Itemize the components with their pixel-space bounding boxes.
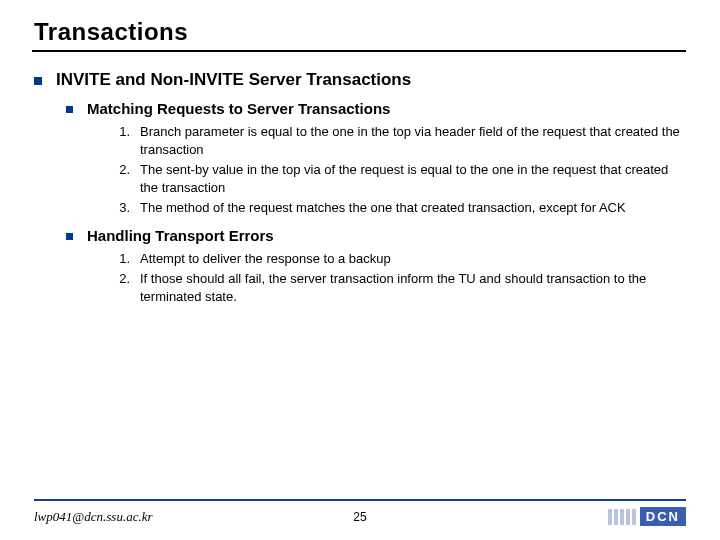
section-1-heading: Matching Requests to Server Transactions [66, 100, 686, 117]
section-title: Matching Requests to Server Transactions [87, 100, 390, 117]
slide: Transactions INVITE and Non-INVITE Serve… [0, 0, 720, 540]
list-item: 1.Attempt to deliver the response to a b… [116, 250, 686, 268]
title-rule [32, 50, 686, 52]
footer-row: lwp041@dcn.ssu.ac.kr 25 DCN [34, 507, 686, 526]
list-item: 3.The method of the request matches the … [116, 199, 686, 217]
footer-email: lwp041@dcn.ssu.ac.kr [34, 509, 152, 525]
footer-rule [34, 499, 686, 501]
logo-bars-icon [608, 509, 636, 525]
page-number: 25 [353, 510, 366, 524]
list-item: 1.Branch parameter is equal to the one i… [116, 123, 686, 158]
bullet-icon [66, 106, 73, 113]
bullet-icon [34, 77, 42, 85]
section-2-list: 1.Attempt to deliver the response to a b… [116, 250, 686, 306]
slide-title: Transactions [34, 18, 686, 46]
list-item: 2.The sent-by value in the top via of th… [116, 161, 686, 196]
heading-text: INVITE and Non-INVITE Server Transaction… [56, 70, 411, 90]
heading-row: INVITE and Non-INVITE Server Transaction… [34, 70, 686, 100]
section-title: Handling Transport Errors [87, 227, 274, 244]
footer-logo: DCN [608, 507, 686, 526]
section-2-heading: Handling Transport Errors [66, 227, 686, 244]
bullet-icon [66, 233, 73, 240]
logo-text: DCN [640, 507, 686, 526]
section-1-list: 1.Branch parameter is equal to the one i… [116, 123, 686, 217]
list-item: 2.If those should all fail, the server t… [116, 270, 686, 305]
footer: lwp041@dcn.ssu.ac.kr 25 DCN [0, 499, 720, 526]
